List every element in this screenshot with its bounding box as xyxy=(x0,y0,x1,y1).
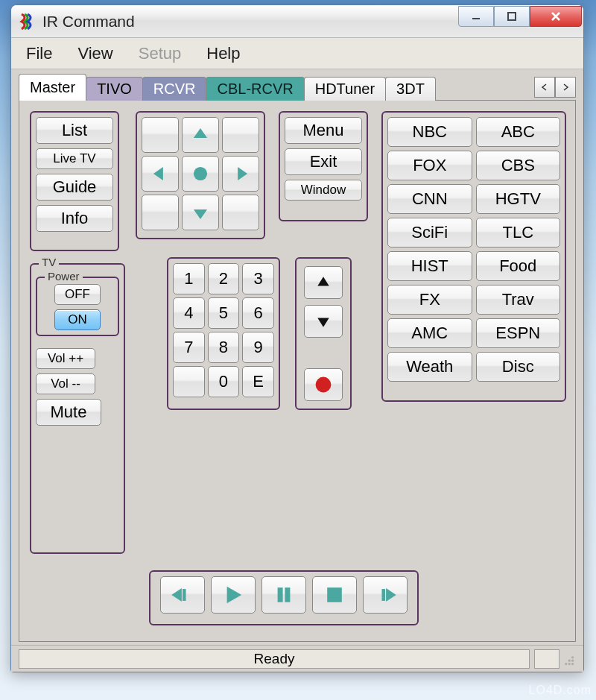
dpad-group xyxy=(136,111,265,239)
channel-amc[interactable]: AMC xyxy=(387,318,472,348)
close-button[interactable] xyxy=(530,6,582,27)
channel-nbc[interactable]: NBC xyxy=(387,117,472,147)
channel-scifi[interactable]: SciFi xyxy=(387,218,472,247)
minimize-button[interactable] xyxy=(458,6,494,27)
arrow-up-button[interactable] xyxy=(304,266,343,299)
channel-disc[interactable]: Disc xyxy=(476,352,561,382)
rewind-button[interactable] xyxy=(160,576,205,614)
svg-point-13 xyxy=(568,659,571,661)
updown-group xyxy=(295,257,352,410)
channel-hgtv[interactable]: HGTV xyxy=(476,184,561,214)
channel-tlc[interactable]: TLC xyxy=(476,218,561,247)
power-off-button[interactable]: OFF xyxy=(54,284,101,305)
tv-label: TV xyxy=(39,256,59,268)
record-button[interactable] xyxy=(304,368,343,401)
key-8[interactable]: 8 xyxy=(208,332,240,363)
svg-point-14 xyxy=(571,656,574,658)
key-1[interactable]: 1 xyxy=(173,263,205,294)
channel-fx[interactable]: FX xyxy=(387,285,472,315)
channel-hist[interactable]: HIST xyxy=(387,251,472,281)
menu-help[interactable]: Help xyxy=(196,41,250,66)
key-7[interactable]: 7 xyxy=(173,332,205,363)
channel-abc[interactable]: ABC xyxy=(476,117,561,147)
mute-button[interactable]: Mute xyxy=(36,399,101,426)
keypad-group: 1 2 3 4 5 6 7 8 9 0 E xyxy=(167,257,280,410)
tab-cbl-rcvr[interactable]: CBL-RCVR xyxy=(206,77,304,101)
dpad-left[interactable] xyxy=(142,156,179,192)
window-button[interactable]: Window xyxy=(285,180,362,201)
channel-weath[interactable]: Weath xyxy=(387,352,472,382)
dpad-blank-br[interactable] xyxy=(222,195,259,230)
nav-group: List Live TV Guide Info xyxy=(30,111,119,251)
tab-scroll-right[interactable] xyxy=(555,77,576,98)
channel-espn[interactable]: ESPN xyxy=(476,318,561,348)
titlebar: IR Command xyxy=(11,5,583,38)
window-title: IR Command xyxy=(42,13,458,31)
key-blank[interactable] xyxy=(173,366,205,397)
guide-button[interactable]: Guide xyxy=(36,174,113,201)
dpad-up[interactable] xyxy=(182,117,219,153)
vol-up-button[interactable]: Vol ++ xyxy=(36,348,95,369)
watermark-text: LO4D.com xyxy=(529,684,592,697)
dpad-down[interactable] xyxy=(182,195,219,230)
menu-group: Menu Exit Window xyxy=(279,111,368,221)
channel-cnn[interactable]: CNN xyxy=(387,184,472,214)
svg-point-10 xyxy=(568,662,571,664)
maximize-button[interactable] xyxy=(494,6,530,27)
content-area: Master TIVO RCVR CBL-RCVR HDTuner 3DT Li… xyxy=(11,69,583,645)
play-button[interactable] xyxy=(211,576,256,614)
pause-button[interactable] xyxy=(261,576,306,614)
resize-grip-icon[interactable] xyxy=(559,651,576,667)
channel-cbs[interactable]: CBS xyxy=(476,151,561,180)
svg-rect-4 xyxy=(183,589,186,601)
app-window: IR Command File View Setup Help Master T… xyxy=(10,4,584,672)
svg-point-3 xyxy=(316,377,332,393)
tab-3d[interactable]: 3DT xyxy=(385,77,436,101)
svg-rect-6 xyxy=(285,587,290,602)
tab-master[interactable]: Master xyxy=(19,74,86,101)
svg-point-2 xyxy=(194,167,207,180)
list-button[interactable]: List xyxy=(36,117,113,144)
channel-trav[interactable]: Trav xyxy=(476,285,561,315)
exit-button[interactable]: Exit xyxy=(285,148,362,175)
svg-point-12 xyxy=(571,659,574,661)
stop-button[interactable] xyxy=(312,576,357,614)
tab-hdtuner[interactable]: HDTuner xyxy=(304,77,386,101)
arrow-down-button[interactable] xyxy=(304,305,343,338)
menu-view[interactable]: View xyxy=(67,41,123,66)
channel-fox[interactable]: FOX xyxy=(387,151,472,180)
key-e[interactable]: E xyxy=(242,366,274,397)
tab-scroll-left[interactable] xyxy=(534,77,555,98)
menu-file[interactable]: File xyxy=(16,41,63,66)
key-6[interactable]: 6 xyxy=(242,297,274,329)
vol-down-button[interactable]: Vol -- xyxy=(36,373,95,394)
dpad-blank-tr[interactable] xyxy=(222,117,259,153)
key-4[interactable]: 4 xyxy=(173,297,205,329)
svg-rect-8 xyxy=(381,589,385,601)
svg-rect-7 xyxy=(327,587,342,602)
dpad-blank-bl[interactable] xyxy=(142,195,179,230)
power-on-button[interactable]: ON xyxy=(54,309,101,330)
menu-button[interactable]: Menu xyxy=(285,117,362,144)
tab-rcvr[interactable]: RCVR xyxy=(142,77,207,101)
fast-forward-button[interactable] xyxy=(363,576,408,614)
svg-point-9 xyxy=(571,662,574,664)
key-5[interactable]: 5 xyxy=(208,297,240,329)
menu-setup[interactable]: Setup xyxy=(128,41,192,66)
dpad-blank-tl[interactable] xyxy=(142,117,179,153)
tab-tivo[interactable]: TIVO xyxy=(86,77,143,101)
dpad-right[interactable] xyxy=(222,156,259,192)
key-0[interactable]: 0 xyxy=(208,366,240,397)
key-3[interactable]: 3 xyxy=(242,263,274,294)
tab-bar: Master TIVO RCVR CBL-RCVR HDTuner 3DT xyxy=(19,74,576,101)
channels-group: NBC ABC FOX CBS CNN HGTV SciFi TLC HIST … xyxy=(381,111,566,402)
info-button[interactable]: Info xyxy=(36,205,113,232)
key-9[interactable]: 9 xyxy=(242,332,274,363)
dpad-ok[interactable] xyxy=(182,156,219,192)
live-tv-button[interactable]: Live TV xyxy=(36,148,113,169)
svg-point-11 xyxy=(565,662,567,664)
svg-rect-1 xyxy=(508,13,516,20)
channel-food[interactable]: Food xyxy=(476,251,561,281)
power-group: Power OFF ON xyxy=(36,277,119,336)
key-2[interactable]: 2 xyxy=(208,263,240,294)
